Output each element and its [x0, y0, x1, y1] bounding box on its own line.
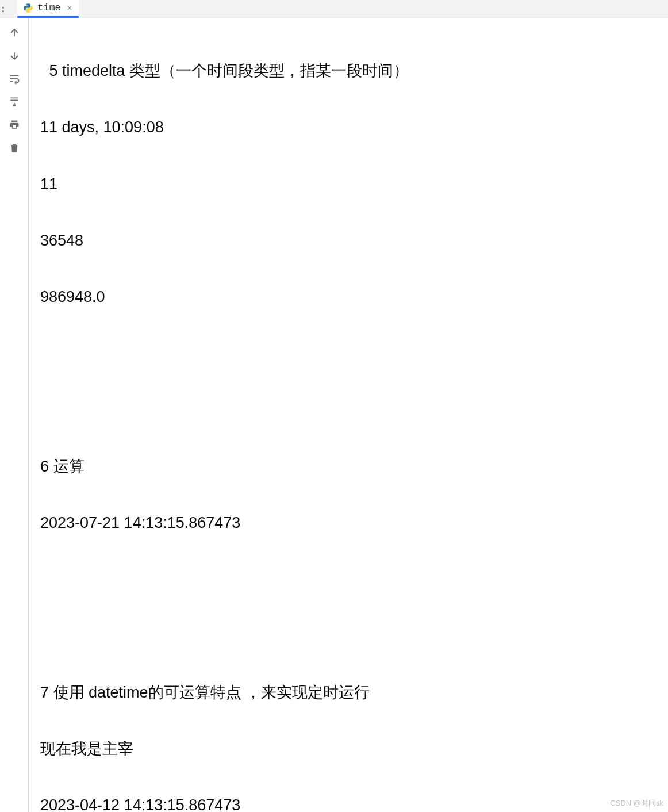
- output-line: 36548: [40, 227, 663, 255]
- close-icon[interactable]: ✕: [67, 3, 72, 13]
- output-line: 6 运算: [40, 453, 663, 481]
- output-line: 5 timedelta 类型（一个时间段类型，指某一段时间）: [40, 57, 663, 85]
- trash-icon[interactable]: [8, 141, 21, 154]
- arrow-up-icon[interactable]: [8, 26, 21, 39]
- output-blank: [40, 396, 663, 424]
- left-gutter-colon: :: [0, 2, 6, 14]
- scroll-to-end-icon[interactable]: [8, 95, 21, 108]
- output-line: 7 使用 datetime的可运算特点 ，来实现定时运行: [40, 679, 663, 707]
- main-area: 5 timedelta 类型（一个时间段类型，指某一段时间） 11 days, …: [0, 18, 668, 812]
- output-line: 2023-07-21 14:13:15.867473: [40, 509, 663, 537]
- tab-label: time: [37, 2, 61, 13]
- watermark: CSDN @时间sk: [610, 798, 663, 809]
- output-line: 现在我是主宰: [40, 735, 663, 763]
- output-blank: [40, 622, 663, 650]
- output-blank: [40, 339, 663, 367]
- soft-wrap-icon[interactable]: [8, 72, 21, 85]
- tab-bar: time ✕: [0, 0, 668, 18]
- tab-time[interactable]: time ✕: [17, 0, 79, 18]
- output-line: 11: [40, 170, 663, 198]
- python-icon: [23, 3, 33, 13]
- output-blank: [40, 565, 663, 593]
- output-line: 986948.0: [40, 283, 663, 311]
- output-line: 11 days, 10:09:08: [40, 113, 663, 141]
- console-output[interactable]: 5 timedelta 类型（一个时间段类型，指某一段时间） 11 days, …: [29, 18, 668, 812]
- print-icon[interactable]: [8, 118, 21, 131]
- output-line: 2023-04-12 14:13:15.867473: [40, 791, 663, 812]
- arrow-down-icon[interactable]: [8, 49, 21, 62]
- gutter-toolbar: [0, 18, 29, 812]
